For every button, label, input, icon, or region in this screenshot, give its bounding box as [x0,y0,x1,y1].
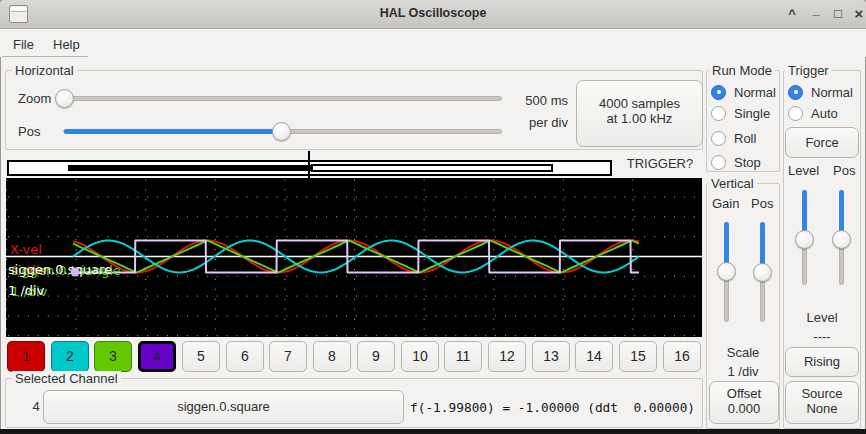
trigger-pos-slider-handle[interactable] [832,230,851,249]
trigger-pos-slider-label: Pos [833,163,855,178]
zoom-slider[interactable] [55,96,502,101]
record-pending-segment [311,164,553,172]
source-button[interactable]: Source None [785,381,859,424]
radio-label: Single [734,106,770,121]
gain-slider-handle[interactable] [717,262,736,281]
trigger-level-slider-label: Level [788,163,819,178]
run-mode-option-stop[interactable]: Stop [711,154,761,170]
channel-button-1[interactable]: 1 [7,341,45,372]
channel-button-12[interactable]: 12 [488,341,526,372]
channel-button-13[interactable]: 13 [532,341,570,372]
pos-slider-fill [64,129,282,134]
horizontal-frame-label: Horizontal [12,63,77,78]
menu-item-help[interactable]: Help [48,35,85,54]
minimize-button[interactable]: _ [806,0,826,20]
offset-value: 0.000 [710,401,778,416]
channel-button-4[interactable]: 4 [138,341,176,372]
window-bottom-edge [0,429,866,434]
force-button[interactable]: Force [785,127,859,158]
samples-button[interactable]: 4000 samples at 1.00 kHz [576,80,703,147]
radio-icon[interactable] [711,131,726,146]
vertical-pos-slider-handle[interactable] [753,263,772,282]
radio-icon[interactable] [788,106,803,121]
trigger-level-caption: Level [783,310,861,325]
scope-label: X-vel [10,242,42,257]
radio-label: Normal [734,85,776,100]
channel-button-row: 12345678910111213141516 [0,341,703,374]
app-window: HAL Oscilloscope ^ _ □ × File Help Horiz… [0,0,866,434]
scale-value: 1 /div [706,364,780,379]
trigger-level-slider-handle[interactable] [795,230,814,249]
rising-button[interactable]: Rising [785,347,859,377]
scope-screen: X-vel1 /divsiggen.0.trianglesiggen.0.squ… [6,178,702,337]
run-mode-option-normal[interactable]: Normal [711,84,776,100]
zoom-slider-handle[interactable] [55,89,74,108]
radio-icon[interactable] [788,85,803,100]
samples-line1: 4000 samples [599,96,680,111]
scale-caption: Scale [706,345,780,360]
trace-start-marker [71,268,80,277]
record-captured-segment [68,165,311,171]
pos-slider-handle[interactable] [272,122,291,141]
run-mode-option-roll[interactable]: Roll [711,130,756,146]
channel-name-button[interactable]: siggen.0.square [43,390,404,424]
channel-button-14[interactable]: 14 [575,341,613,372]
trigger-option-normal[interactable]: Normal [788,84,853,100]
run-mode-option-single[interactable]: Single [711,105,770,121]
maximize-button[interactable]: □ [828,4,848,24]
channel-button-5[interactable]: 5 [182,341,220,372]
radio-icon[interactable] [711,106,726,121]
selected-channel-number: 4 [28,399,44,414]
close-button[interactable]: × [849,4,866,24]
zoom-label: Zoom [18,91,51,106]
source-label: Source [801,386,842,401]
radio-icon[interactable] [711,155,726,170]
window-title: HAL Oscilloscope [0,6,866,20]
selected-channel-frame-label: Selected Channel [12,371,121,386]
offset-label: Offset [727,386,761,401]
offset-button[interactable]: Offset 0.000 [709,381,779,424]
titlebar[interactable]: HAL Oscilloscope ^ _ □ × [0,0,866,29]
channel-button-2[interactable]: 2 [51,341,89,372]
samples-line2: at 1.00 kHz [577,111,702,126]
trigger-status-label: TRIGGER? [617,156,703,171]
scope-label: 1 /div [8,283,45,298]
vertical-pos-label: Pos [751,196,773,211]
gain-label: Gain [712,196,739,211]
trigger-frame-label: Trigger [785,63,832,78]
channel-button-8[interactable]: 8 [313,341,351,372]
source-value: None [786,401,858,416]
trigger-option-auto[interactable]: Auto [788,105,838,121]
sample-rate-line1: 500 ms [498,93,568,108]
channel-button-7[interactable]: 7 [269,341,307,372]
menu-item-file[interactable]: File [8,35,39,54]
channel-button-16[interactable]: 16 [663,341,701,372]
vertical-frame-label: Vertical [708,176,757,191]
channel-button-11[interactable]: 11 [444,341,482,372]
menubar: File Help [0,29,866,57]
radio-icon[interactable] [711,85,726,100]
pos-label: Pos [18,124,40,139]
channel-button-15[interactable]: 15 [619,341,657,372]
channel-button-6[interactable]: 6 [226,341,264,372]
radio-label: Roll [734,131,756,146]
channel-value-readout: f(-1.99800) = -1.00000 (ddt 0.00000) [410,400,695,415]
channel-button-9[interactable]: 9 [357,341,395,372]
shade-button[interactable]: ^ [782,4,802,24]
channel-button-10[interactable]: 10 [401,341,439,372]
channel-button-3[interactable]: 3 [94,341,132,372]
radio-label: Auto [811,106,838,121]
run-mode-frame-label: Run Mode [709,63,775,78]
trigger-level-value: ---- [783,329,861,344]
scope-label: siggen.0.square [8,262,112,277]
radio-label: Stop [734,155,761,170]
menu-underline [2,56,88,57]
sample-rate-line2: per div [498,115,568,130]
radio-label: Normal [811,85,853,100]
